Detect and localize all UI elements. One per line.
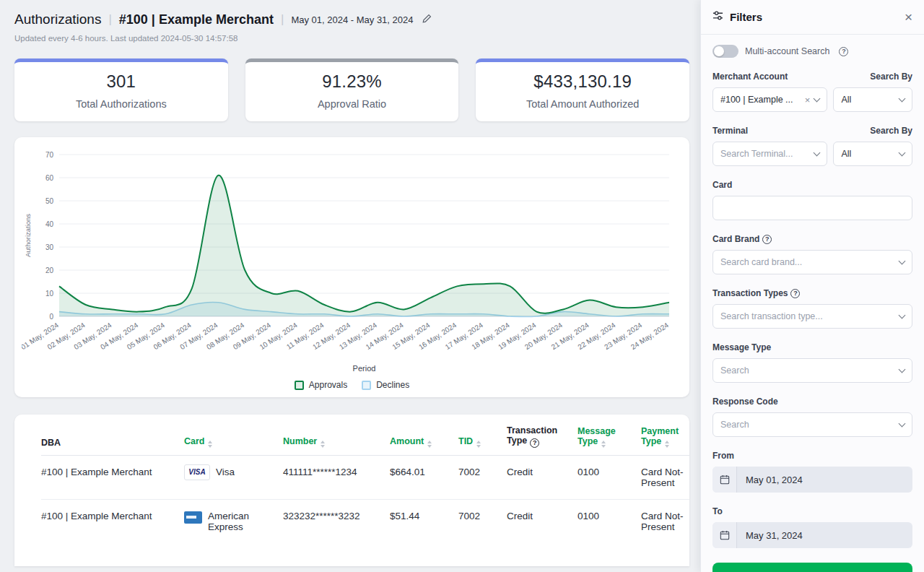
cell-transaction_type: Credit	[507, 455, 578, 499]
apply-filters-button[interactable]	[712, 563, 912, 572]
authorizations-table: DBACardNumberAmountTIDTransaction Type?M…	[41, 415, 689, 543]
legend-label: Declines	[376, 380, 409, 390]
sort-icon[interactable]	[476, 441, 481, 448]
to-date-field[interactable]: May 31, 2024	[712, 522, 912, 548]
terminal-placeholder: Search Terminal...	[720, 149, 810, 159]
cell-card: American Express	[184, 499, 283, 543]
card-brand-name: American Express	[208, 511, 276, 532]
y-tick-label: 30	[45, 243, 54, 251]
authorizations-chart: 01020304050607001 May, 202402 May, 20240…	[22, 146, 682, 378]
to-label: To	[712, 506, 723, 516]
column-label: TID	[458, 436, 473, 446]
message-type-select[interactable]: Search	[712, 358, 912, 383]
edit-date-range-button[interactable]	[421, 12, 433, 27]
cell-card: VISAVisa	[184, 455, 283, 499]
chevron-down-icon	[899, 149, 906, 156]
y-tick-label: 50	[45, 197, 54, 205]
column-header-number[interactable]: Number	[283, 415, 390, 455]
authorizations-chart-card: 01020304050607001 May, 202402 May, 20240…	[14, 137, 689, 397]
merchant-account-select[interactable]: #100 | Example ... ×	[712, 87, 827, 112]
cell-dba: #100 | Example Merchant	[41, 455, 184, 499]
help-icon[interactable]: ?	[839, 47, 848, 56]
sort-icon[interactable]	[601, 441, 606, 448]
chevron-down-icon	[899, 95, 906, 102]
chevron-down-icon	[899, 311, 906, 318]
merchant-search-by-select[interactable]: All	[833, 87, 912, 112]
transaction-types-label: Transaction Types ?	[712, 288, 800, 298]
search-by-value: All	[841, 149, 895, 159]
last-updated-note: Updated every 4-6 hours. Last updated 20…	[14, 34, 689, 43]
sort-icon[interactable]	[427, 441, 432, 448]
toggle-knob	[714, 46, 724, 56]
multi-account-toggle[interactable]	[712, 45, 738, 58]
filters-title: Filters	[730, 11, 762, 23]
column-header-card[interactable]: Card	[184, 415, 283, 455]
column-label: Amount	[390, 436, 424, 446]
column-label: Number	[283, 436, 317, 446]
legend-item-approvals[interactable]: Approvals	[295, 380, 347, 390]
stat-value: 301	[20, 72, 222, 92]
help-icon[interactable]: ?	[762, 235, 772, 244]
table-row[interactable]: #100 | Example MerchantVISAVisa411111***…	[41, 455, 689, 499]
pencil-icon	[422, 14, 432, 25]
stat-card-approval-ratio: 91.23% Approval Ratio	[245, 58, 459, 121]
to-date-value: May 31, 2024	[737, 522, 912, 548]
y-tick-label: 40	[45, 220, 54, 228]
response-code-placeholder: Search	[720, 420, 895, 430]
help-icon[interactable]: ?	[790, 289, 800, 298]
chevron-down-icon	[814, 95, 821, 102]
cell-message_type: 0100	[578, 499, 641, 543]
clear-icon[interactable]: ×	[805, 95, 811, 105]
cell-amount: $51.44	[390, 499, 458, 543]
y-tick-label: 20	[45, 266, 54, 274]
message-type-placeholder: Search	[720, 365, 895, 376]
cell-message_type: 0100	[578, 455, 641, 499]
filter-sliders-icon	[712, 10, 723, 24]
merchant-account-value: #100 | Example ...	[720, 95, 801, 105]
merchant-account-label: Merchant Account	[712, 72, 788, 82]
column-header-message_type[interactable]: Message Type	[578, 415, 641, 455]
table-row[interactable]: #100 | Example MerchantAmerican Express3…	[41, 499, 689, 543]
sort-icon[interactable]	[665, 441, 669, 448]
card-brand-name: Visa	[216, 467, 235, 477]
cell-tid: 7002	[458, 499, 507, 543]
merchant-title: #100 | Example Merchant	[119, 12, 274, 27]
cell-number: 323232******3232	[283, 499, 390, 543]
close-filters-button[interactable]: ×	[905, 10, 912, 24]
column-label: DBA	[41, 438, 61, 448]
card-brand-placeholder: Search card brand...	[720, 257, 895, 267]
transaction-types-placeholder: Search transaction type...	[720, 311, 895, 321]
calendar-icon	[712, 522, 737, 548]
cell-payment_type: Card Not-Present	[641, 499, 689, 543]
response-code-label: Response Code	[712, 396, 778, 407]
page-title: Authorizations	[14, 12, 101, 27]
card-brand-select[interactable]: Search card brand...	[712, 250, 912, 274]
card-input[interactable]	[712, 196, 912, 220]
y-tick-label: 10	[45, 290, 54, 298]
page-header: Authorizations | #100 | Example Merchant…	[14, 12, 689, 27]
column-header-payment_type[interactable]: Payment Type	[641, 415, 689, 455]
card-label: Card	[712, 180, 732, 190]
chevron-down-icon	[899, 420, 906, 427]
series-line-approvals	[59, 176, 669, 313]
sort-icon[interactable]	[321, 441, 325, 448]
filters-header: Filters ×	[701, 0, 924, 35]
terminal-search-by-select[interactable]: All	[833, 142, 912, 166]
response-code-select[interactable]: Search	[712, 412, 912, 437]
column-label: Payment Type	[641, 426, 679, 446]
search-by-label: Search By	[870, 72, 912, 82]
transaction-types-select[interactable]: Search transaction type...	[712, 304, 912, 329]
stat-label: Total Amount Authorized	[481, 98, 684, 110]
column-header-amount[interactable]: Amount	[390, 415, 458, 455]
stat-card-total-authorizations: 301 Total Authorizations	[14, 58, 228, 121]
legend-item-declines[interactable]: Declines	[362, 380, 409, 390]
terminal-select[interactable]: Search Terminal...	[712, 142, 827, 166]
help-icon[interactable]: ?	[530, 438, 539, 448]
column-header-dba: DBA	[41, 415, 184, 455]
from-date-field[interactable]: May 01, 2024	[712, 467, 912, 493]
chart-legend: Approvals Declines	[22, 380, 682, 390]
column-header-tid[interactable]: TID	[458, 415, 507, 455]
stat-value: $433,130.19	[481, 72, 684, 92]
authorizations-table-card: DBACardNumberAmountTIDTransaction Type?M…	[14, 415, 689, 566]
sort-icon[interactable]	[208, 441, 212, 448]
